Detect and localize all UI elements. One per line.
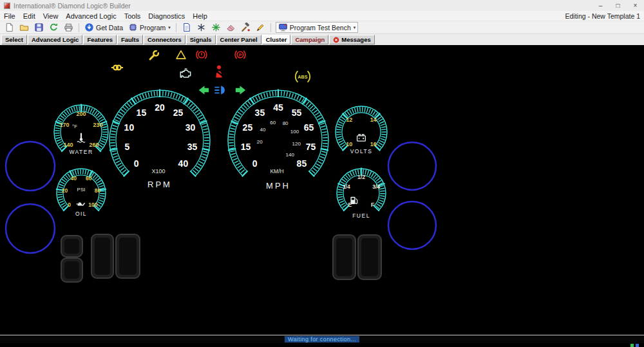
svg-text:20: 20 [257,139,263,145]
get-data-button[interactable]: Get Data [82,21,126,33]
fuel-gauge: E1/41/23/4FFUEL [337,168,386,220]
window-title: International® Diamond Logic® Builder [14,2,131,10]
tab-label: Select [5,36,23,43]
abs-indicator: ABS [296,71,310,82]
glow-plug-indicator [111,66,123,70]
open-file-icon[interactable] [17,21,32,33]
svg-text:60: 60 [86,175,92,182]
svg-text:55: 55 [292,108,302,118]
program-dropdown[interactable]: Program▾ [126,21,173,33]
tab-center-panel[interactable]: Center Panel [216,35,261,44]
svg-text:20: 20 [62,187,68,194]
maximize-button[interactable]: □ [609,0,627,11]
high-beam-indicator [214,86,225,95]
svg-text:°F: °F [72,124,77,129]
tab-bar: SelectAdvanced LogicFeaturesFaultsConnec… [0,34,644,45]
close-button[interactable]: × [627,0,644,11]
test-bench-icon [278,23,288,32]
svg-text:0: 0 [252,158,258,169]
svg-text:120: 120 [292,141,301,147]
menu-item-tools[interactable]: Tools [120,12,145,20]
snowflake-icon [196,23,206,32]
document-icon[interactable] [179,21,194,33]
svg-text:80: 80 [283,120,289,126]
burst-icon [211,23,221,32]
svg-text:85: 85 [297,158,307,169]
water-temperature-gauge: 140170200230260°FWATER [54,104,108,156]
get-data-icon [84,23,94,32]
svg-text:OIL: OIL [75,211,87,217]
title-bar: International® Diamond Logic® Builder – … [0,0,644,11]
gauge-bezel-blank [388,142,436,190]
hammer-icon[interactable] [238,21,253,33]
switch-blank[interactable] [116,234,140,278]
tab-label: Campaign [295,36,325,43]
svg-text:25: 25 [173,108,184,118]
print-icon[interactable] [61,21,76,33]
tab-label: Cluster [266,36,287,43]
tab-label: Advanced Logic [32,36,79,43]
window-controls: – □ × [592,0,644,11]
toolbar-separator [270,23,271,32]
tab-features[interactable]: Features [83,35,117,44]
minimize-button[interactable]: – [592,0,609,11]
status-message: Waiting for connection... [285,336,359,342]
tab-campaign[interactable]: Campaign [291,35,328,44]
gauge-bezel-blank [388,202,436,249]
svg-text:10: 10 [346,141,352,147]
refresh-icon[interactable] [46,21,61,33]
switch-blank[interactable] [333,235,355,279]
menu-item-diagnostics[interactable]: Diagnostics [144,12,189,20]
app-logo-icon [4,3,10,9]
tab-faults[interactable]: Faults [117,35,143,44]
program-test-bench-dropdown[interactable]: Program Test Bench▾ [276,22,358,33]
tab-messages[interactable]: Messages [329,35,374,44]
svg-text:65: 65 [304,122,314,133]
new-file-icon[interactable] [2,21,17,33]
svg-text:60: 60 [270,120,276,126]
switch-blank[interactable] [358,235,381,279]
tab-label: Messages [341,36,370,43]
speedometer: 0152535455565758520406080100120140KM/HMP… [228,89,328,191]
document-icon [182,23,191,32]
park-brake-indicator: P [235,51,245,59]
switch-blank[interactable] [91,234,113,278]
dropdown-caret-icon: ▾ [354,25,356,30]
svg-text:12: 12 [346,117,352,123]
svg-text:35: 35 [187,142,198,152]
switch-blank[interactable] [61,236,82,257]
tray-green-icon[interactable] [630,344,634,347]
menu-item-advanced-logic[interactable]: Advanced Logic [62,12,120,20]
tab-advanced-logic[interactable]: Advanced Logic [28,35,82,44]
check-engine-indicator [180,69,190,77]
burst-icon[interactable] [209,21,223,33]
seatbelt-indicator [215,66,223,78]
svg-text:1/4: 1/4 [343,183,350,190]
menu-item-file[interactable]: File [0,12,19,20]
svg-text:15: 15 [137,108,147,118]
battery-icon [357,135,366,141]
status-bar: Waiting for connection... [0,335,644,343]
menu-item-edit[interactable]: Edit [19,12,39,20]
tab-connectors[interactable]: Connectors [144,35,185,44]
tab-cluster[interactable]: Cluster [262,35,291,44]
save-icon[interactable] [32,21,46,33]
menu-item-view[interactable]: View [39,12,62,20]
tab-label: Signals [190,36,212,43]
menu-item-help[interactable]: Help [189,12,211,20]
eraser-icon[interactable] [223,21,238,33]
pencil-icon[interactable] [253,21,268,33]
tab-signals[interactable]: Signals [186,35,216,44]
snowflake-icon[interactable] [194,21,209,33]
menu-items: FileEditViewAdvanced LogicToolsDiagnosti… [0,12,211,20]
switch-blank[interactable] [61,258,82,282]
svg-text:230: 230 [93,122,102,128]
new-file-icon [5,23,14,32]
svg-text:VOLTS: VOLTS [350,148,373,155]
svg-text:5: 5 [125,142,130,152]
tab-select[interactable]: Select [1,35,27,44]
tray-blue-icon[interactable] [636,344,639,347]
program-test-bench-dropdown-label: Program Test Bench [290,24,351,32]
bottom-strip [0,343,644,347]
print-icon [64,23,73,32]
